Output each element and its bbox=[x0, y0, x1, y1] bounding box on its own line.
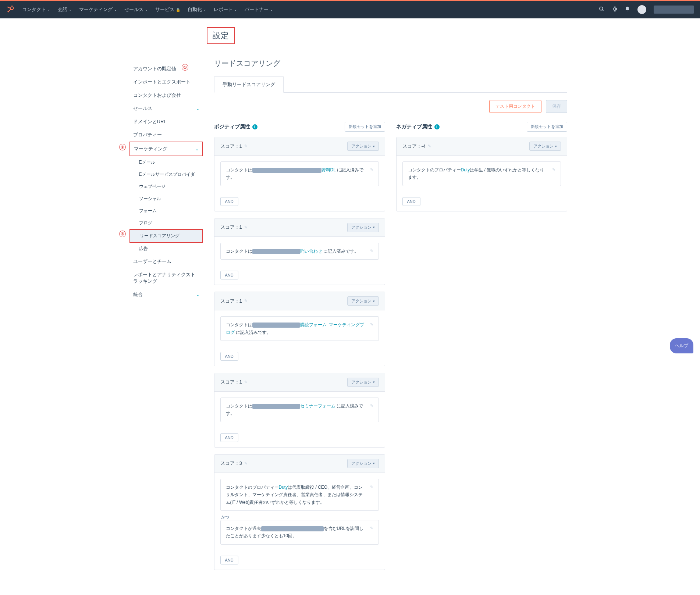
chevron-down-icon: ⌄ bbox=[47, 8, 50, 11]
form-link[interactable]: セミナーフォーム bbox=[300, 403, 335, 409]
edit-icon[interactable]: ✎ bbox=[428, 144, 431, 149]
edit-icon[interactable]: ✎ bbox=[370, 402, 373, 417]
sidebar-subitem[interactable]: ブログ bbox=[129, 217, 203, 229]
and-button[interactable]: AND bbox=[220, 433, 238, 442]
sidebar-item-marketing[interactable]: マーケティング ⌄ bbox=[129, 142, 203, 156]
nav-item[interactable]: 会話⌄ bbox=[58, 6, 72, 13]
sidebar-item-label: 統合 bbox=[133, 291, 143, 298]
edit-icon[interactable]: ✎ bbox=[244, 380, 248, 385]
edit-icon[interactable]: ✎ bbox=[244, 461, 248, 466]
sidebar-item-label: プロパティー bbox=[133, 132, 162, 138]
form-link[interactable]: 問い合わせ bbox=[300, 249, 322, 254]
chevron-down-icon: ▾ bbox=[555, 145, 557, 148]
svg-point-6 bbox=[7, 7, 8, 8]
nav-item[interactable]: セールス⌄ bbox=[124, 6, 148, 13]
nav-item[interactable]: マーケティング⌄ bbox=[79, 6, 117, 13]
criteria-row: コンタクトは問い合わせ に記入済みです。✎ bbox=[220, 243, 379, 260]
sidebar-item[interactable]: インポートとエクスポート bbox=[129, 75, 203, 89]
edit-icon[interactable]: ✎ bbox=[370, 247, 373, 255]
sidebar-item[interactable]: レポートとアナリティクストラッキング bbox=[129, 268, 203, 288]
sidebar-subitem[interactable]: フォーム bbox=[129, 205, 203, 217]
edit-icon[interactable]: ✎ bbox=[370, 321, 373, 336]
nav-item[interactable]: 自動化⌄ bbox=[188, 6, 206, 13]
tabs: 手動リードスコアリング bbox=[214, 76, 567, 93]
search-icon[interactable] bbox=[599, 6, 604, 13]
sidebar-subitem[interactable]: Eメールサービスプロバイダ bbox=[129, 168, 203, 181]
sidebar-subitem[interactable]: ソーシャル bbox=[129, 193, 203, 205]
negative-column: ネガティブ属性 i 新規セットを追加 スコア：-4 ✎ アクション ▾ コンタク… bbox=[396, 122, 567, 577]
score-card: スコア：1 ✎ アクション ▾ コンタクトは資料DL に記入済みです。✎AND bbox=[214, 137, 385, 211]
action-dropdown[interactable]: アクション ▾ bbox=[347, 296, 379, 306]
chevron-down-icon: ⌄ bbox=[234, 8, 237, 11]
add-negative-set-button[interactable]: 新規セットを追加 bbox=[527, 122, 567, 132]
form-link[interactable]: 資料DL bbox=[321, 167, 336, 172]
criteria-row: コンタクトが過去を含むURLを訪問したことがあります少なくとも10回。✎ bbox=[220, 520, 379, 545]
sidebar-item[interactable]: コンタクトおよび会社 bbox=[129, 89, 203, 102]
and-button[interactable]: AND bbox=[220, 271, 238, 279]
chevron-down-icon: ⌄ bbox=[114, 8, 117, 11]
nav-item[interactable]: サービス🔒 bbox=[155, 6, 180, 13]
sidebar-item[interactable]: 統合⌄ bbox=[129, 288, 203, 301]
sidebar-subitem[interactable]: Eメール bbox=[129, 156, 203, 168]
sidebar-subitem[interactable]: 広告 bbox=[129, 243, 203, 255]
edit-icon[interactable]: ✎ bbox=[244, 225, 248, 230]
hubspot-logo[interactable] bbox=[6, 5, 15, 14]
edit-icon[interactable]: ✎ bbox=[370, 525, 373, 540]
settings-title-highlight: 設定 bbox=[207, 27, 235, 44]
edit-icon[interactable]: ✎ bbox=[552, 166, 555, 181]
help-button[interactable]: ヘルプ bbox=[670, 338, 693, 353]
property-link[interactable]: Duty bbox=[461, 167, 470, 172]
action-dropdown[interactable]: アクション ▾ bbox=[347, 223, 379, 232]
annotation-2: ② bbox=[119, 144, 126, 150]
negative-title: ネガティブ属性 i bbox=[396, 124, 440, 130]
edit-icon[interactable]: ✎ bbox=[370, 484, 373, 506]
avatar[interactable] bbox=[637, 5, 646, 14]
info-icon[interactable]: i bbox=[434, 124, 440, 129]
add-positive-set-button[interactable]: 新規セットを追加 bbox=[345, 122, 385, 132]
sidebar-item[interactable]: アカウントの既定値 bbox=[129, 62, 203, 75]
bell-icon[interactable] bbox=[625, 6, 630, 13]
action-dropdown[interactable]: アクション ▾ bbox=[347, 142, 379, 151]
property-link[interactable]: Duty bbox=[279, 485, 288, 490]
sidebar-item-label: マーケティング bbox=[134, 146, 167, 152]
score-card: スコア：1 ✎ アクション ▾ コンタクトは購読フォーム_マーケティングブログ … bbox=[214, 292, 385, 366]
sidebar-item-label: ドメインとURL bbox=[133, 118, 167, 125]
nav-item[interactable]: パートナー⌄ bbox=[245, 6, 273, 13]
edit-icon[interactable]: ✎ bbox=[244, 299, 248, 303]
criteria-row: コンタクトは購読フォーム_マーケティングブログ に記入済みです。✎ bbox=[220, 316, 379, 341]
action-dropdown[interactable]: アクション ▾ bbox=[347, 378, 379, 387]
score-label: スコア：1 ✎ bbox=[220, 143, 248, 150]
and-button[interactable]: AND bbox=[220, 556, 238, 564]
positive-title: ポジティブ属性 i bbox=[214, 124, 257, 130]
score-label: スコア：-4 ✎ bbox=[402, 143, 431, 150]
sidebar-item-label: ユーザーとチーム bbox=[133, 258, 171, 265]
sidebar-item[interactable]: ドメインとURL bbox=[129, 115, 203, 128]
and-button[interactable]: AND bbox=[220, 352, 238, 361]
edit-icon[interactable]: ✎ bbox=[370, 166, 373, 181]
info-icon[interactable]: i bbox=[252, 124, 257, 129]
tab-manual-scoring[interactable]: 手動リードスコアリング bbox=[214, 76, 284, 93]
chevron-down-icon: ⌄ bbox=[270, 8, 273, 11]
sidebar-item[interactable]: ユーザーとチーム bbox=[129, 255, 203, 268]
redacted-text bbox=[252, 404, 300, 409]
chevron-down-icon: ⌄ bbox=[69, 8, 72, 11]
edit-icon[interactable]: ✎ bbox=[244, 144, 248, 149]
and-button[interactable]: AND bbox=[220, 197, 238, 206]
nav-item[interactable]: コンタクト⌄ bbox=[22, 6, 50, 13]
chevron-down-icon: ⌄ bbox=[195, 147, 199, 152]
and-button[interactable]: AND bbox=[402, 197, 420, 206]
test-contact-button[interactable]: テスト用コンタクト bbox=[489, 100, 541, 113]
sidebar-item[interactable]: セールス⌄ bbox=[129, 102, 203, 115]
lock-icon: 🔒 bbox=[176, 8, 180, 12]
score-label: スコア：3 ✎ bbox=[220, 460, 248, 467]
gear-icon[interactable] bbox=[612, 6, 617, 13]
action-dropdown[interactable]: アクション ▾ bbox=[529, 142, 561, 151]
sidebar-subitem[interactable]: ウェブページ bbox=[129, 181, 203, 193]
account-menu[interactable] bbox=[654, 6, 694, 14]
nav-item[interactable]: レポート⌄ bbox=[214, 6, 237, 13]
sidebar-item[interactable]: プロパティー bbox=[129, 128, 203, 142]
score-card: スコア：-4 ✎ アクション ▾ コンタクトのプロパティーDutyは学生 / 無… bbox=[396, 137, 567, 211]
chevron-down-icon: ▾ bbox=[373, 145, 375, 148]
sidebar-item-lead-scoring[interactable]: リードスコアリング bbox=[129, 229, 203, 243]
action-dropdown[interactable]: アクション ▾ bbox=[347, 459, 379, 468]
